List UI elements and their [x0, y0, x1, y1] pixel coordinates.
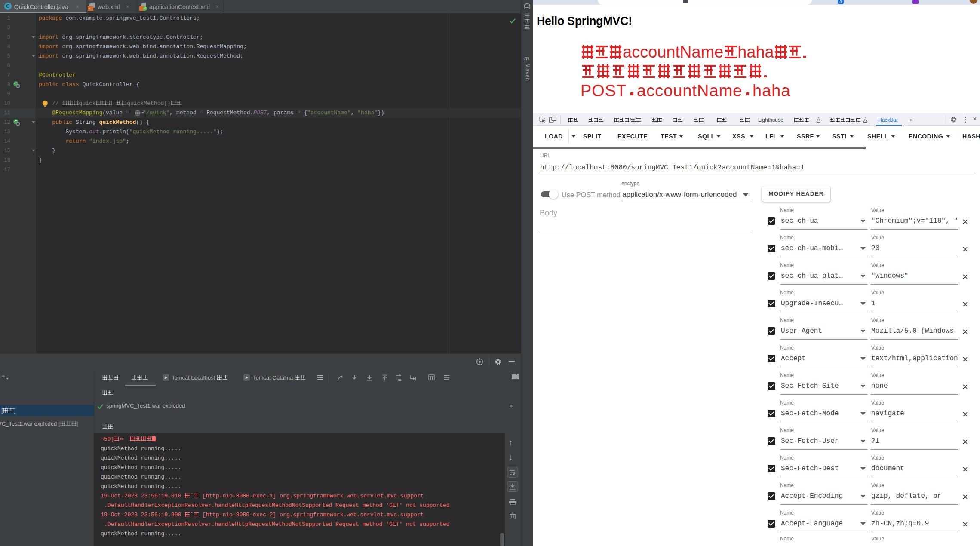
- svg-text:<: <: [89, 7, 91, 11]
